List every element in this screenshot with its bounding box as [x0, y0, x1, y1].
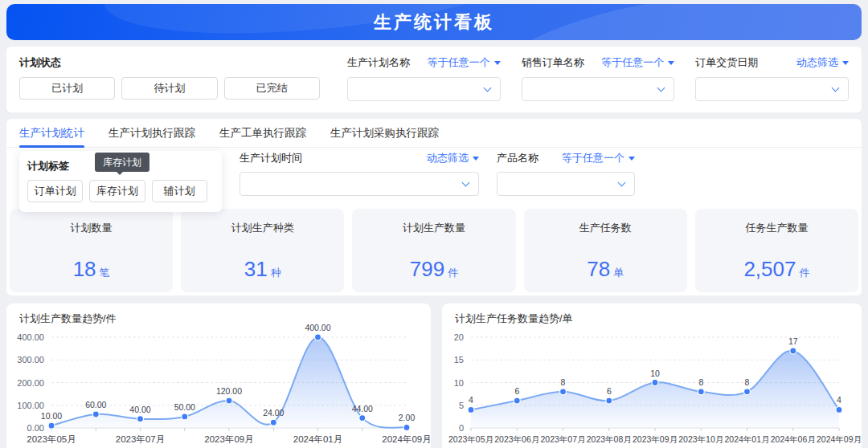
kpi-card-task-count: 生产任务数 78单 — [524, 209, 687, 292]
svg-text:120.00: 120.00 — [216, 386, 242, 396]
svg-text:6: 6 — [514, 386, 519, 396]
status-button-planned[interactable]: 已计划 — [19, 77, 115, 100]
sales-order-operator-link[interactable]: 等于任意一个 — [601, 55, 674, 70]
sales-order-select[interactable] — [522, 77, 675, 101]
chart-title: 计划生产数量趋势/件 — [6, 312, 431, 326]
plan-time-label: 生产计划时间 — [240, 151, 302, 165]
tag-button-aux-plan[interactable]: 辅计划 — [152, 180, 207, 202]
svg-text:2024年09月: 2024年09月 — [382, 434, 431, 444]
kpi-value: 78 — [587, 257, 610, 282]
svg-text:17: 17 — [788, 336, 798, 346]
svg-text:2023年05月: 2023年05月 — [448, 434, 493, 444]
plan-status-label: 计划状态 — [19, 55, 326, 70]
svg-text:2024年06月: 2024年06月 — [771, 434, 816, 444]
svg-text:2023年09月: 2023年09月 — [633, 434, 678, 444]
tab-bar: 生产计划统计 生产计划执行跟踪 生产工单执行跟踪 生产计划采购执行跟踪 — [6, 119, 862, 148]
tab-workorder-execution[interactable]: 生产工单执行跟踪 — [219, 119, 306, 147]
svg-text:20: 20 — [454, 332, 464, 342]
plan-tag-panel: 库存计划 计划标签 订单计划 库存计划 辅计划 — [19, 151, 222, 212]
svg-text:6: 6 — [607, 386, 612, 396]
svg-text:200.00: 200.00 — [17, 378, 44, 388]
main-panel: 生产计划统计 生产计划执行跟踪 生产工单执行跟踪 生产计划采购执行跟踪 库存计划… — [6, 119, 862, 295]
tab-plan-execution[interactable]: 生产计划执行跟踪 — [108, 119, 195, 147]
kpi-label: 生产任务数 — [579, 221, 632, 235]
kpi-card-task-quantity: 任务生产数量 2,507件 — [695, 209, 858, 292]
delivery-date-filter: 订单交货日期 动态筛选 — [695, 55, 849, 104]
top-filter-bar: 计划状态 已计划 待计划 已完结 生产计划名称 等于任意一个 销售订单名称 等于… — [6, 47, 862, 112]
kpi-label: 计划生产数量 — [403, 221, 465, 235]
plan-time-select[interactable] — [240, 172, 479, 196]
chevron-down-icon — [462, 179, 470, 187]
chart-card-plan-quantity-trend: 计划生产数量趋势/件 0.00100.00200.00300.00400.001… — [6, 303, 431, 448]
plan-name-select[interactable] — [347, 77, 501, 101]
svg-text:2023年10月: 2023年10月 — [678, 434, 723, 444]
kpi-label: 计划生产种类 — [231, 221, 294, 235]
operator-text: 等于任意一个 — [428, 55, 490, 70]
product-name-select[interactable] — [497, 172, 635, 196]
caret-down-icon — [628, 157, 635, 161]
svg-text:10: 10 — [454, 378, 464, 388]
kpi-card-plan-quantity: 计划生产数量 799件 — [352, 209, 515, 292]
chevron-down-icon — [483, 84, 491, 92]
tag-button-order-plan[interactable]: 订单计划 — [27, 180, 83, 202]
svg-text:4: 4 — [837, 395, 841, 405]
kpi-unit: 单 — [613, 266, 624, 280]
kpi-value: 18 — [73, 257, 96, 282]
kpi-value: 2,507 — [743, 257, 796, 282]
svg-text:0: 0 — [459, 423, 464, 433]
svg-text:2023年09月: 2023年09月 — [204, 434, 253, 444]
plan-time-operator-link[interactable]: 动态筛选 — [427, 151, 479, 165]
svg-text:8: 8 — [561, 377, 566, 387]
operator-text: 动态筛选 — [427, 151, 469, 165]
kpi-row: 计划数量 18笔 计划生产种类 31种 计划生产数量 799件 生产任务数 78… — [6, 209, 862, 292]
chevron-down-icon — [618, 179, 626, 187]
chart-card-task-count-trend: 计划生产任务数量趋势/单 05101520468610881742023年05月… — [442, 303, 862, 448]
delivery-date-label: 订单交货日期 — [695, 55, 758, 70]
svg-text:40.00: 40.00 — [129, 405, 150, 414]
svg-text:2.00: 2.00 — [399, 413, 416, 422]
kpi-unit: 笔 — [100, 266, 110, 280]
chevron-down-icon — [657, 84, 665, 92]
kpi-unit: 件 — [799, 266, 809, 280]
chart-title: 计划生产任务数量趋势/单 — [442, 312, 862, 326]
kpi-label: 计划数量 — [71, 221, 113, 235]
caret-down-icon — [473, 157, 479, 161]
area-chart-task-count-trend: 05101520468610881742023年05月2023年06月2023年… — [442, 328, 862, 448]
svg-text:50.00: 50.00 — [174, 402, 195, 412]
tooltip: 库存计划 — [95, 153, 149, 172]
tag-button-stock-plan[interactable]: 库存计划 — [89, 180, 145, 202]
plan-name-operator-link[interactable]: 等于任意一个 — [428, 55, 501, 70]
svg-text:2023年07月: 2023年07月 — [116, 434, 165, 444]
svg-text:10.00: 10.00 — [41, 411, 62, 421]
kpi-value: 799 — [410, 257, 444, 282]
svg-text:8: 8 — [698, 377, 703, 387]
svg-text:2023年06月: 2023年06月 — [494, 434, 539, 444]
delivery-date-operator-link[interactable]: 动态筛选 — [796, 55, 849, 70]
svg-text:5: 5 — [459, 401, 464, 410]
plan-status-group: 计划状态 已计划 待计划 已完结 — [19, 55, 326, 104]
svg-text:24.00: 24.00 — [263, 408, 284, 417]
kpi-value: 31 — [244, 257, 268, 282]
svg-text:44.00: 44.00 — [352, 404, 373, 413]
page-title: 生产统计看板 — [374, 10, 494, 35]
svg-text:60.00: 60.00 — [85, 400, 106, 409]
status-button-closed[interactable]: 已完结 — [224, 77, 320, 100]
plan-time-filter: 生产计划时间 动态筛选 — [240, 151, 479, 196]
svg-text:15: 15 — [454, 355, 464, 365]
svg-text:10: 10 — [650, 369, 660, 378]
product-name-operator-link[interactable]: 等于任意一个 — [562, 151, 635, 165]
sub-filter-row: 库存计划 计划标签 订单计划 库存计划 辅计划 生产计划时间 动态筛选 — [6, 148, 862, 206]
tab-plan-stats[interactable]: 生产计划统计 — [19, 119, 84, 147]
delivery-date-select[interactable] — [695, 77, 849, 101]
kpi-unit: 种 — [271, 266, 281, 280]
status-button-pending[interactable]: 待计划 — [121, 77, 217, 100]
svg-text:2024年09月: 2024年09月 — [817, 434, 862, 444]
kpi-label: 任务生产数量 — [745, 221, 808, 235]
kpi-card-product-types: 计划生产种类 31种 — [181, 209, 344, 292]
svg-text:2024年01月: 2024年01月 — [724, 434, 769, 444]
plan-name-filter: 生产计划名称 等于任意一个 — [347, 55, 501, 104]
caret-down-icon — [842, 61, 849, 65]
tab-procurement-execution[interactable]: 生产计划采购执行跟踪 — [330, 119, 439, 147]
operator-text: 等于任意一个 — [562, 151, 624, 165]
plan-name-label: 生产计划名称 — [347, 55, 410, 70]
